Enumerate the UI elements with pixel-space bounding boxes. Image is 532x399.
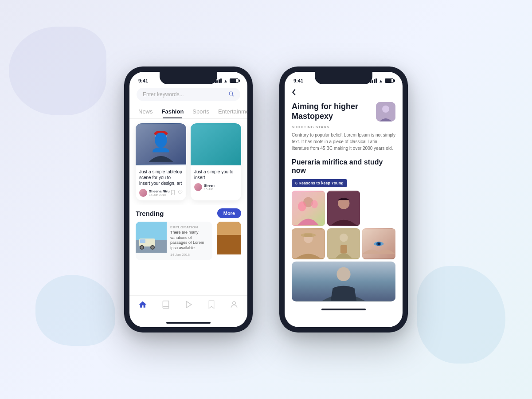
nav-play[interactable] (184, 300, 193, 311)
article-meta-2: Sheen 15 Jun (194, 183, 238, 191)
trending-section: Trending More (129, 205, 247, 263)
svg-point-0 (229, 92, 233, 95)
phone-1-notch (160, 72, 217, 84)
article-detail-header: Aiming for higher Mastopexy (292, 102, 395, 121)
trending-category-1: EXPLORATION (170, 225, 209, 229)
trending-image-1 (136, 222, 167, 253)
svg-point-5 (154, 131, 168, 136)
grid-photo-full[interactable] (292, 262, 395, 301)
grid-photo-1[interactable] (292, 191, 325, 226)
svg-rect-18 (217, 222, 241, 235)
tab-fashion[interactable]: Fashion (157, 105, 188, 118)
article-author-1: Sheena Niru 15 Jun 2018 (139, 189, 170, 197)
svg-point-4 (155, 132, 167, 144)
article-meta-1: Sheena Niru 15 Jun 2018 (139, 189, 183, 197)
author-info-1: Sheena Niru 15 Jun 2018 (149, 189, 170, 196)
svg-line-1 (232, 95, 234, 96)
wifi-icon-2: ▲ (379, 78, 383, 83)
article-detail-thumb (376, 102, 395, 121)
heart-icon-1[interactable] (178, 190, 183, 196)
author-date-1: 15 Jun 2018 (149, 193, 170, 196)
tab-entertainment[interactable]: Entertainment (214, 105, 247, 118)
section-title: Pueraria mirifica and study now (292, 158, 395, 175)
author-name-2: Sheen (204, 184, 215, 188)
svg-point-15 (141, 246, 143, 249)
article-detail-title: Aiming for higher Mastopexy (292, 102, 376, 121)
phone-1-screen: 9:41 ▲ Enter keyword (129, 72, 247, 327)
trending-card-2[interactable] (217, 222, 241, 260)
svg-point-27 (298, 202, 306, 211)
article-subtitle: SHOOTING STARS (292, 125, 395, 129)
back-button[interactable] (292, 89, 395, 98)
article-title-1: Just a simple tabletop scene for you to … (139, 169, 183, 186)
svg-point-28 (311, 200, 318, 209)
grid-photo-2[interactable] (327, 191, 360, 226)
photo-grid-row2 (292, 228, 395, 259)
nav-profile[interactable] (230, 300, 239, 311)
tab-news[interactable]: News (134, 105, 157, 118)
tab-sports[interactable]: Sports (188, 105, 214, 118)
status-icons-1: ▲ (215, 78, 239, 83)
svg-rect-8 (191, 124, 241, 164)
wifi-icon: ▲ (223, 78, 228, 83)
trending-desc-1: There are many variations of passages of… (170, 230, 209, 251)
trending-row: EXPLORATION There are many variations of… (136, 222, 241, 260)
time-1: 9:41 (138, 78, 148, 83)
svg-rect-37 (340, 245, 347, 254)
svg-point-21 (233, 301, 236, 305)
author-avatar-1 (139, 189, 147, 197)
time-2: 9:41 (293, 78, 303, 83)
article-author-2: Sheen 15 Jun (194, 183, 215, 191)
status-icons-2: ▲ (370, 78, 394, 83)
photo-grid-row1 (292, 191, 395, 226)
svg-rect-6 (156, 131, 166, 136)
bg-decoration-3 (417, 266, 505, 364)
author-info-2: Sheen 15 Jun (204, 184, 215, 191)
home-indicator-1 (129, 318, 247, 327)
bookmark-icon-1[interactable] (171, 190, 175, 196)
nav-book[interactable] (161, 300, 170, 311)
svg-rect-12 (140, 239, 145, 243)
articles-row: Just a simple tabletop scene for you to … (129, 119, 247, 205)
phone-2-screen: 9:41 ▲ (285, 72, 403, 327)
grid-photo-4[interactable] (327, 228, 360, 259)
phone-1-content: Enter keywords... News Fashion (129, 85, 247, 327)
tag-badge: 6 Reasons to keep Young (292, 179, 347, 187)
svg-point-23 (382, 106, 389, 113)
article-card-1[interactable]: Just a simple tabletop scene for you to … (136, 123, 186, 200)
svg-point-45 (336, 267, 350, 281)
battery-icon-2 (385, 78, 394, 83)
article-card-2[interactable]: Just a simple you to insert Sheen 15 Jun (191, 123, 241, 200)
phone-1: 9:41 ▲ Enter keyword (124, 66, 253, 332)
home-indicator-2 (292, 305, 395, 314)
search-placeholder: Enter keywords... (143, 91, 184, 98)
article-body-text: Contrary to popular belief, Lorem Ipsum … (292, 132, 395, 152)
article-actions-1 (171, 190, 183, 196)
more-button[interactable]: More (217, 208, 241, 218)
svg-point-42 (378, 243, 380, 246)
svg-point-36 (340, 234, 348, 242)
search-icon[interactable] (228, 91, 234, 98)
phone-2-notch (315, 72, 372, 84)
trending-title: Trending (136, 210, 164, 217)
nav-bookmark[interactable] (207, 300, 215, 311)
bottom-nav (129, 295, 247, 318)
phone-2-content: Aiming for higher Mastopexy SHOOTING STA… (285, 85, 403, 327)
trending-info-1: EXPLORATION There are many variations of… (167, 222, 212, 260)
phones-container: 9:41 ▲ Enter keyword (124, 66, 408, 332)
search-bar[interactable]: Enter keywords... (137, 88, 240, 101)
grid-photo-3[interactable] (292, 228, 325, 259)
tabs-row: News Fashion Sports Entertainment (129, 105, 247, 119)
trending-card-1[interactable]: EXPLORATION There are many variations of… (136, 222, 212, 260)
svg-marker-20 (186, 301, 192, 308)
nav-home[interactable] (138, 300, 147, 311)
bg-decoration-1 (9, 27, 106, 115)
svg-rect-34 (304, 234, 313, 237)
trending-image-2 (217, 222, 241, 254)
article-body-1: Just a simple tabletop scene for you to … (136, 165, 186, 200)
trending-date-1: 14 Jun 2018 (170, 253, 209, 257)
svg-rect-19 (217, 235, 241, 253)
article-title-2: Just a simple you to insert (194, 169, 238, 180)
grid-photo-5[interactable] (362, 228, 395, 259)
author-name-1: Sheena Niru (149, 189, 170, 193)
